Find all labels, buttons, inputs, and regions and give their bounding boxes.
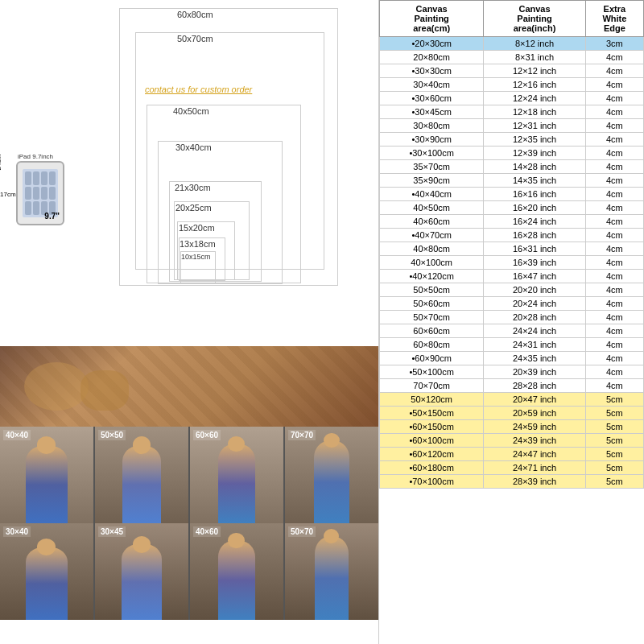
table-row: •40×120cm16×47 inch4cm — [380, 270, 644, 283]
table-row: 70×70cm28×28 inch4cm — [380, 379, 644, 393]
table-row: •50×100cm20×39 inch4cm — [380, 365, 644, 379]
table-row: 30×40cm12×16 inch4cm — [380, 78, 644, 92]
cell-size-inch: 16×24 inch — [484, 215, 585, 229]
cell-size-inch: 16×20 inch — [484, 201, 585, 215]
cell-size-inch: 12×18 inch — [484, 105, 585, 119]
table-row: •30×45cm12×18 inch4cm — [380, 105, 644, 119]
table-row: •30×60cm12×24 inch4cm — [380, 92, 644, 105]
cell-edge: 5cm — [585, 461, 643, 475]
cell-size-inch: 8×12 inch — [484, 37, 585, 51]
cell-size-inch: 24×71 inch — [484, 461, 585, 475]
cell-edge: 5cm — [585, 420, 643, 434]
person-cell-50x50: 50×50 — [95, 427, 188, 523]
person-cell-40x60: 40×60 — [190, 523, 283, 620]
person-grid-top: 40×40 50×50 60×60 70×70 — [0, 427, 378, 523]
person-cell-70x70: 70×70 — [285, 427, 378, 523]
cell-edge: 4cm — [585, 229, 643, 242]
custom-order-text: contact us for custom order — [145, 85, 252, 94]
table-row: 35×90cm14×35 inch4cm — [380, 174, 644, 188]
cell-size-inch: 28×28 inch — [484, 379, 585, 393]
cell-label-60x60: 60×60 — [193, 430, 221, 440]
table-row: 50×50cm20×20 inch4cm — [380, 283, 644, 297]
cell-label-30x40: 30×40 — [3, 526, 31, 537]
cell-size-cm: 40×50cm — [380, 201, 484, 215]
cell-size-inch: 12×16 inch — [484, 78, 585, 92]
person-grid-bottom: 30×40 30×45 40×60 50×70 — [0, 523, 378, 620]
cell-size-inch: 20×39 inch — [484, 365, 585, 379]
cell-edge: 4cm — [585, 201, 643, 215]
cell-size-inch: 24×59 inch — [484, 420, 585, 434]
cell-edge: 4cm — [585, 215, 643, 229]
cell-edge: 4cm — [585, 283, 643, 297]
cell-edge: 4cm — [585, 92, 643, 105]
cell-size-cm: 50×60cm — [380, 297, 484, 311]
cell-size-cm: •20×30cm — [380, 37, 484, 51]
table-row: 40×80cm16×31 inch4cm — [380, 242, 644, 256]
cell-size-inch: 28×39 inch — [484, 475, 585, 489]
label-20x25: 20x25cm — [175, 203, 212, 213]
cell-label-30x45: 30×45 — [98, 526, 126, 537]
cell-size-cm: 50×50cm — [380, 283, 484, 297]
table-row: 30×80cm12×31 inch4cm — [380, 119, 644, 133]
cell-size-cm: •30×100cm — [380, 147, 484, 160]
cell-size-cm: •30×30cm — [380, 64, 484, 78]
label-30x40: 30x40cm — [175, 142, 212, 152]
cell-size-cm: •30×60cm — [380, 92, 484, 105]
cell-size-inch: 16×39 inch — [484, 256, 585, 270]
cell-size-cm: •30×45cm — [380, 105, 484, 119]
left-panel: 60x80cm 50x70cm contact us for custom or… — [0, 0, 378, 644]
cell-size-inch: 12×12 inch — [484, 64, 585, 78]
cell-edge: 5cm — [585, 475, 643, 489]
col-header-edge: ExtraWhiteEdge — [585, 1, 643, 37]
table-row: 35×70cm14×28 inch4cm — [380, 160, 644, 174]
table-row: •60×100cm24×39 inch5cm — [380, 434, 644, 448]
cell-size-cm: •60×100cm — [380, 434, 484, 448]
cell-size-cm: 30×80cm — [380, 119, 484, 133]
cell-edge: 4cm — [585, 160, 643, 174]
label-40x50: 40x50cm — [173, 106, 209, 116]
cell-size-cm: 30×40cm — [380, 78, 484, 92]
cell-label-40x40: 40×40 — [3, 430, 31, 440]
cell-size-inch: 12×35 inch — [484, 133, 585, 147]
person-cell-50x70: 50×70 — [285, 523, 378, 620]
table-row: •30×90cm12×35 inch4cm — [380, 133, 644, 147]
cell-size-cm: •60×90cm — [380, 352, 484, 365]
painting-preview — [0, 346, 378, 427]
cell-edge: 4cm — [585, 188, 643, 201]
table-row: 60×60cm24×24 inch4cm — [380, 324, 644, 338]
cell-size-inch: 20×28 inch — [484, 311, 585, 324]
table-row: •20×30cm8×12 inch3cm — [380, 37, 644, 51]
table-row: 50×120cm20×47 inch5cm — [380, 393, 644, 407]
cell-edge: 4cm — [585, 174, 643, 188]
cell-size-cm: 50×70cm — [380, 311, 484, 324]
table-row: 50×60cm20×24 inch4cm — [380, 297, 644, 311]
cell-size-cm: 60×60cm — [380, 324, 484, 338]
cell-edge: 5cm — [585, 448, 643, 461]
cell-size-inch: 14×35 inch — [484, 174, 585, 188]
size-table: CanvasPaintingarea(cm) CanvasPaintingare… — [379, 0, 644, 489]
right-panel[interactable]: CanvasPaintingarea(cm) CanvasPaintingare… — [378, 0, 644, 644]
cell-edge: 3cm — [585, 37, 643, 51]
cell-size-cm: 20×80cm — [380, 51, 484, 64]
cell-size-cm: 70×70cm — [380, 379, 484, 393]
cell-edge: 4cm — [585, 297, 643, 311]
label-60x80: 60x80cm — [177, 10, 213, 19]
table-row: •40×40cm16×16 inch4cm — [380, 188, 644, 201]
table-row: •30×30cm12×12 inch4cm — [380, 64, 644, 78]
col-header-cm: CanvasPaintingarea(cm) — [380, 1, 484, 37]
table-row: 40×100cm16×39 inch4cm — [380, 256, 644, 270]
table-row: 60×80cm24×31 inch4cm — [380, 338, 644, 352]
person-cell-30x40: 30×40 — [0, 523, 93, 620]
cell-size-cm: 60×80cm — [380, 338, 484, 352]
cell-size-inch: 16×16 inch — [484, 188, 585, 201]
cell-size-cm: •50×150cm — [380, 407, 484, 420]
cell-size-cm: 35×70cm — [380, 160, 484, 174]
cell-size-cm: •60×150cm — [380, 420, 484, 434]
table-row: •60×120cm24×47 inch5cm — [380, 448, 644, 461]
table-row: •60×150cm24×59 inch5cm — [380, 420, 644, 434]
cell-edge: 4cm — [585, 242, 643, 256]
cell-size-cm: •30×90cm — [380, 133, 484, 147]
cell-size-inch: 20×59 inch — [484, 407, 585, 420]
cell-size-inch: 24×24 inch — [484, 324, 585, 338]
cell-label-40x60: 40×60 — [193, 526, 221, 537]
